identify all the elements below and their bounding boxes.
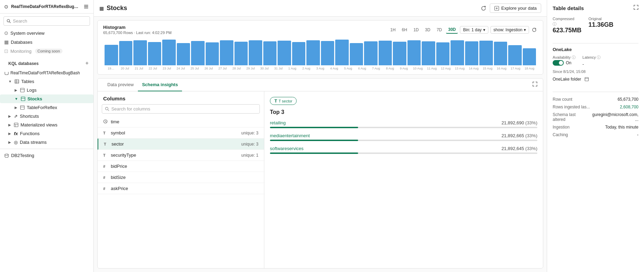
nav-databases[interactable]: ▦ Databases <box>0 38 93 47</box>
show-dropdown[interactable]: show: Ingestion ▾ <box>490 26 529 34</box>
columns-search-input[interactable] <box>111 106 257 112</box>
availability-toggle[interactable] <box>553 60 564 66</box>
since-label: Since 8/1/24, 15:08 <box>553 69 638 74</box>
tables-icon <box>15 79 19 84</box>
x-axis-label: 11 Aug <box>426 67 438 70</box>
columns-search[interactable] <box>102 104 260 114</box>
svg-rect-1 <box>84 6 88 7</box>
col-type-icon: # <box>103 175 108 180</box>
histogram-bar <box>162 40 176 65</box>
x-axis-label: 3 Aug <box>314 67 327 70</box>
histogram-bar <box>105 45 118 65</box>
tree-functions[interactable]: ▶ fx Functions <box>0 129 93 138</box>
nav-system-overview[interactable]: ⊙ System overview <box>0 28 93 38</box>
top3-panel: T T sector Top 3 retailing 21,892,690 (3… <box>264 91 543 268</box>
column-row[interactable]: #bidSize <box>98 172 264 183</box>
top3-item: mediaentertainment 21,892,665 (33%) <box>270 133 537 141</box>
tree-tables[interactable]: ▼ Tables <box>0 77 93 86</box>
svg-rect-16 <box>14 123 18 127</box>
panel-expand-btn[interactable] <box>634 5 638 11</box>
tree-data-streams[interactable]: ▶ ◎ Data streams <box>0 138 93 147</box>
time-6h[interactable]: 6H <box>400 26 409 33</box>
tree-shortcuts[interactable]: ▶ ⇗ Shortcuts <box>0 112 93 121</box>
explore-data-btn[interactable]: Explore your data <box>490 3 541 13</box>
x-axis-label: 25 Jul <box>188 67 201 70</box>
availability-label: Availability ⓘ <box>553 55 576 60</box>
time-7d[interactable]: 7D <box>435 26 444 33</box>
tab-data-preview[interactable]: Data preview <box>103 79 138 91</box>
histogram-refresh-btn[interactable] <box>531 27 537 33</box>
column-row[interactable]: TsecurityTypeunique: 1 <box>98 150 264 161</box>
compressed-storage: Compressed ⓘ 623.75MB <box>553 16 581 34</box>
x-axis-label: 2 Aug <box>300 67 313 70</box>
top3-bar-track <box>270 153 537 154</box>
x-axis-label: 4 Aug <box>328 67 341 70</box>
column-row[interactable]: Tsectorunique: 3 <box>98 139 264 150</box>
search-box[interactable] <box>3 16 90 26</box>
compressed-value: 623.75MB <box>553 27 581 34</box>
histogram-bar <box>364 41 378 65</box>
search-icon <box>7 19 11 23</box>
chevron-down-icon: ▾ <box>483 27 485 32</box>
shortcuts-label: Shortcuts <box>20 114 39 119</box>
x-axis-label: 10 Aug <box>411 67 424 70</box>
nav-monitoring[interactable]: ⊡ Monitoring Coming soon <box>0 47 93 56</box>
db2-icon <box>4 153 9 158</box>
histogram-bar <box>393 42 406 65</box>
compressed-label: Compressed <box>553 17 574 21</box>
tree-logs[interactable]: ▶ Logs <box>0 86 93 94</box>
search-input[interactable] <box>13 18 87 24</box>
tree-stocks[interactable]: ▼ Stocks <box>0 94 93 103</box>
fullscreen-btn[interactable] <box>532 82 537 88</box>
col-name: sector <box>112 141 239 147</box>
column-row[interactable]: Tsymbolunique: 3 <box>98 127 264 139</box>
onelake-folder-btn[interactable] <box>584 76 589 82</box>
db-rtdb[interactable]: RealTimeDataForRTAReflexBugBash <box>0 69 93 77</box>
column-row[interactable]: #askPrice <box>98 183 264 194</box>
histogram-section: Histogram 65,673,700 Rows · Last run: 4:… <box>97 20 543 75</box>
meta-value: Today, this minute <box>605 125 638 130</box>
histogram-subtitle: 65,673,700 Rows · Last run: 4:02:29 PM <box>103 31 172 35</box>
sidebar-toggle-btn[interactable] <box>83 3 89 10</box>
right-panel: Table details Compressed ⓘ 623.75MB Orig… <box>547 0 644 272</box>
time-1d[interactable]: 1D <box>411 26 421 33</box>
chevron-down-icon: ▼ <box>15 97 18 101</box>
time-3d[interactable]: 3D <box>423 26 432 33</box>
tree-materialized-views[interactable]: ▶ Materialized views <box>0 121 93 129</box>
svg-point-23 <box>105 107 108 110</box>
tab-schema-insights[interactable]: Schema insights <box>138 79 182 91</box>
data-streams-icon: ◎ <box>14 140 18 145</box>
col-unique: unique: 3 <box>241 142 258 147</box>
refresh-btn[interactable] <box>480 5 487 12</box>
columns-list: timeTsymbolunique: 3Tsectorunique: 3Tsec… <box>98 116 264 268</box>
svg-rect-14 <box>20 106 24 109</box>
top3-items: retailing 21,892,690 (33%) mediaentertai… <box>270 120 537 154</box>
db2-testing[interactable]: DB2Testing <box>0 151 93 160</box>
column-row[interactable]: #bidPrice <box>98 161 264 172</box>
chevron-right-icon: ▶ <box>15 106 17 109</box>
columns-search-icon <box>105 107 109 111</box>
tree-tableforreflex[interactable]: ▶ TableForReflex <box>0 103 93 112</box>
svg-line-27 <box>106 122 107 122</box>
shortcuts-icon: ⇗ <box>14 114 18 119</box>
histogram-bar <box>422 41 435 65</box>
time-30d[interactable]: 30D <box>446 26 458 34</box>
column-row[interactable]: time <box>98 116 264 127</box>
col-name: bidSize <box>111 175 258 180</box>
histogram-bar <box>306 40 320 65</box>
svg-point-19 <box>5 154 8 155</box>
bin-dropdown[interactable]: Bin: 1 day ▾ <box>460 26 488 34</box>
x-axis-label: 9 Aug <box>397 67 410 70</box>
db-name: RealTimeDataForRTAReflexBugBash <box>10 71 89 75</box>
top3-item: retailing 21,892,690 (33%) <box>270 120 537 128</box>
svg-rect-2 <box>84 8 88 8</box>
add-database-btn[interactable]: + <box>85 59 89 67</box>
histogram-bar <box>249 40 262 65</box>
histogram-bar <box>451 40 464 65</box>
x-axis-label: 12 Aug <box>439 67 452 70</box>
toggle-row: On <box>553 60 576 66</box>
histogram-bar <box>379 41 392 65</box>
time-1h[interactable]: 1H <box>388 26 398 33</box>
pill-label: T sector <box>279 99 292 103</box>
col-type-icon: T <box>103 131 108 135</box>
